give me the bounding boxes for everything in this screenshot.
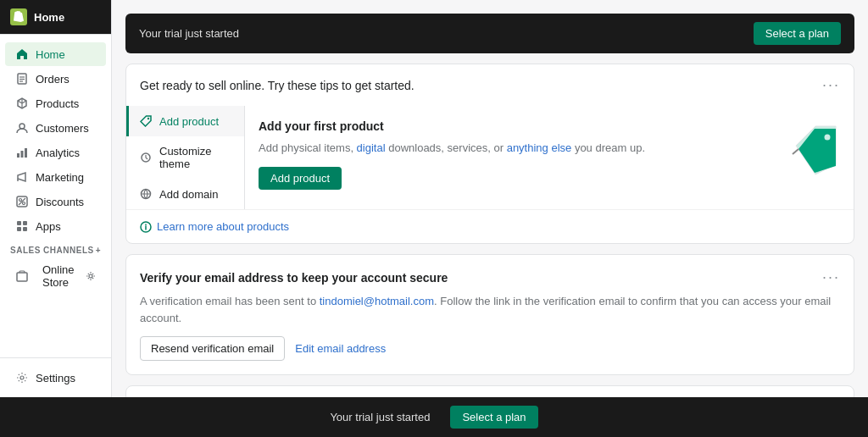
svg-rect-15 [23, 227, 27, 231]
tips-footer: Learn more about products [126, 209, 854, 243]
tips-content-text: Add your first product Add physical item… [259, 119, 779, 190]
sidebar-products-label: Products [36, 97, 79, 110]
sidebar-item-customers[interactable]: Customers [5, 116, 106, 140]
main-content: Your trial just started Select a plan Ge… [112, 0, 868, 397]
sidebar-customers-label: Customers [36, 122, 89, 135]
email-link[interactable]: tindomiel@hotmail.com [320, 295, 434, 307]
tips-card: Get ready to sell online. Try these tips… [125, 64, 854, 244]
customers-icon [15, 121, 29, 135]
sidebar-item-orders[interactable]: Orders [5, 67, 106, 91]
sidebar-item-discounts[interactable]: Discounts [5, 190, 106, 213]
tips-content: Add your first product Add physical item… [245, 106, 854, 209]
sidebar-item-settings[interactable]: Settings [5, 366, 106, 390]
verify-actions: Resend verification email Edit email add… [140, 336, 840, 361]
bottom-bar-text: Your trial just started [330, 411, 430, 423]
customize-icon [139, 151, 153, 164]
tips-card-header: Get ready to sell online. Try these tips… [126, 64, 854, 106]
domain-icon [139, 187, 153, 201]
tips-card-menu-icon[interactable]: ··· [822, 76, 840, 94]
tip-domain-label: Add domain [159, 188, 218, 201]
verify-email-header: Verify your email address to keep your a… [140, 268, 840, 286]
tips-content-desc: Add physical items, digital downloads, s… [259, 140, 779, 157]
add-sales-channel-icon[interactable]: + [96, 246, 101, 255]
svg-point-17 [89, 274, 92, 278]
anything-link[interactable]: anything else [507, 141, 572, 154]
trial-banner: Your trial just started Select a plan [125, 14, 854, 53]
svg-rect-16 [17, 273, 27, 281]
marketing-icon [15, 170, 29, 184]
learn-more-text: Learn more about products [157, 220, 289, 233]
tag-icon [139, 114, 153, 128]
sidebar-settings-label: Settings [36, 372, 75, 384]
tips-body: Add product Customize theme [126, 106, 854, 209]
sidebar-item-home[interactable]: Home [5, 42, 106, 66]
sidebar-marketing-label: Marketing [36, 171, 84, 184]
sidebar-orders-label: Orders [36, 73, 70, 86]
store-name: Home [34, 11, 64, 24]
online-store-label: Online Store [42, 263, 86, 289]
tip-add-product-label: Add product [159, 115, 219, 128]
svg-rect-7 [25, 148, 27, 158]
svg-rect-12 [17, 221, 21, 225]
tips-sidebar: Add product Customize theme [126, 106, 245, 209]
settings-icon [15, 371, 29, 384]
sidebar-home-label: Home [36, 48, 65, 61]
sidebar-apps-label: Apps [36, 220, 61, 233]
sidebar-item-online-store[interactable]: Online Store [5, 259, 106, 293]
trial-banner-text: Your trial just started [139, 27, 239, 40]
sidebar-nav: Home Orders [0, 35, 111, 357]
bottom-bar: Your trial just started Select a plan [0, 397, 868, 437]
analytics-icon [15, 146, 29, 159]
sidebar-item-marketing[interactable]: Marketing [5, 165, 106, 189]
shopify-logo-icon [10, 8, 27, 25]
verify-email-card: Verify your email address to keep your a… [125, 254, 854, 375]
apps-icon [15, 219, 29, 233]
sidebar: Home Home [0, 0, 112, 397]
tip-item-add-domain[interactable]: Add domain [126, 179, 244, 209]
svg-point-9 [23, 202, 25, 205]
svg-point-18 [20, 376, 24, 379]
select-plan-button-bottom[interactable]: Select a plan [450, 406, 537, 429]
tutorials-card: Get to know Shopify with guided video tu… [125, 385, 854, 397]
sidebar-item-apps[interactable]: Apps [5, 214, 106, 238]
verify-email-desc: A verification email has been sent to ti… [140, 293, 840, 326]
sidebar-logo: Home [0, 0, 111, 35]
digital-link[interactable]: digital [357, 141, 386, 154]
tip-item-add-product[interactable]: Add product [126, 106, 244, 136]
sales-channels-section: SALES CHANNELS + [0, 239, 111, 258]
sidebar-item-analytics[interactable]: Analytics [5, 141, 106, 164]
sidebar-item-products[interactable]: Products [5, 91, 106, 115]
edit-email-link[interactable]: Edit email address [295, 342, 386, 355]
sidebar-footer: Settings [0, 357, 111, 397]
products-icon [15, 97, 29, 110]
sidebar-analytics-label: Analytics [36, 147, 80, 159]
orders-icon [15, 72, 29, 86]
tips-card-title: Get ready to sell online. Try these tips… [140, 79, 415, 92]
svg-point-23 [824, 134, 830, 140]
svg-rect-14 [17, 227, 21, 231]
home-icon [15, 47, 29, 61]
online-store-settings-icon[interactable] [86, 271, 96, 281]
select-plan-button[interactable]: Select a plan [754, 22, 841, 45]
resend-verification-button[interactable]: Resend verification email [140, 336, 285, 361]
svg-point-19 [147, 118, 149, 119]
product-illustration [789, 119, 840, 179]
svg-rect-6 [21, 151, 24, 158]
sales-channels-label: SALES CHANNELS [10, 246, 94, 255]
svg-point-4 [19, 124, 25, 129]
svg-rect-5 [17, 153, 19, 158]
tip-item-customize-theme[interactable]: Customize theme [126, 136, 244, 179]
learn-more-link[interactable]: Learn more about products [140, 220, 840, 233]
verify-email-title: Verify your email address to keep your a… [140, 271, 448, 285]
add-product-button[interactable]: Add product [259, 167, 342, 190]
sidebar-discounts-label: Discounts [36, 196, 84, 208]
tips-content-title: Add your first product [259, 119, 779, 133]
info-icon [140, 221, 152, 233]
svg-rect-13 [23, 221, 27, 225]
tip-customize-label: Customize theme [159, 145, 234, 170]
discounts-icon [15, 195, 29, 208]
svg-point-8 [19, 199, 22, 202]
verify-card-menu-icon[interactable]: ··· [822, 268, 840, 286]
online-store-icon [15, 269, 29, 283]
